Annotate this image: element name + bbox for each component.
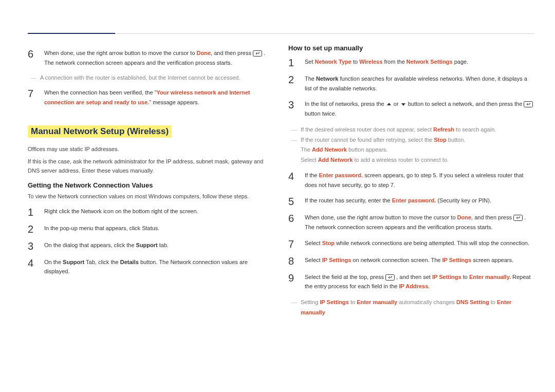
hl-enter-password: Enter password. <box>319 172 363 178</box>
left-column: 6 When done, use the right arrow button … <box>28 43 274 321</box>
text: When the connection has been verified, t… <box>44 89 157 96</box>
step-number: 7 <box>28 88 37 107</box>
hl-enter-password-2: Enter password. <box>392 197 436 203</box>
m-step-3-notes: If the desired wireless router does not … <box>301 125 534 165</box>
step-body: If the Enter password. screen appears, g… <box>305 171 534 190</box>
step-number: 2 <box>288 74 298 93</box>
two-column-layout: 6 When done, use the right arrow button … <box>28 43 534 321</box>
text: button appears. <box>347 146 388 153</box>
m-step-8: 8 Select IP Settings on network connecti… <box>288 255 534 266</box>
document-page: 6 When done, use the right arrow button … <box>0 0 555 392</box>
hl-stop: Stop <box>434 137 446 143</box>
step-number: 3 <box>28 240 37 251</box>
text: to <box>351 59 359 65</box>
m-step-3: 3 In the list of networks, press the or … <box>288 99 534 118</box>
text: . <box>428 283 430 289</box>
hl-ip-settings: IP Settings <box>322 257 351 263</box>
down-arrow-icon <box>400 101 406 107</box>
text: Select the field at the top, press <box>305 274 385 280</box>
header-accent-bar <box>28 33 115 34</box>
hl-enter-manually: Enter manually. <box>469 274 511 280</box>
hl-dns-setting: DNS Setting <box>456 299 489 305</box>
hl-done: Done <box>457 214 472 220</box>
hl-wireless: Wireless <box>359 59 382 65</box>
text: If the <box>305 172 319 178</box>
hl-stop-2: Stop <box>322 240 335 246</box>
right-column: How to set up manually 1 Set Network Typ… <box>288 43 534 321</box>
step-number: 6 <box>28 48 37 67</box>
section-title-manual-wireless: Manual Network Setup (Wireless) <box>28 125 172 138</box>
note-dns-auto: Setting IP Settings to Enter manually au… <box>301 297 534 318</box>
text: (Security key or PIN). <box>436 197 491 203</box>
note-connection-no-internet: A connection with the router is establis… <box>40 73 274 83</box>
step-body: Select Stop while network connections ar… <box>305 238 534 249</box>
bold-support: Support <box>63 259 84 265</box>
step-body: In the pop-up menu that appears, click S… <box>44 223 274 234</box>
step-body: Set Network Type to Wireless from the Ne… <box>305 57 534 68</box>
step-body: When the connection has been verified, t… <box>44 88 274 107</box>
step-number: 3 <box>288 99 298 118</box>
bold-details: Details <box>120 259 139 265</box>
text: automatically changes <box>397 299 456 305</box>
text: If the router cannot be found after retr… <box>301 137 434 143</box>
m-step-7: 7 Select Stop while network connections … <box>288 238 534 249</box>
getting-values-steps: 1 Right click the Network icon on the bo… <box>28 207 274 276</box>
m-step-9: 9 Select the field at the top, press , a… <box>288 272 534 291</box>
text: or <box>394 101 400 107</box>
text: to <box>349 299 357 305</box>
enter-icon <box>513 215 523 221</box>
text: button. <box>447 137 466 143</box>
m-step-6: 6 When done, use the right arrow button … <box>288 213 534 232</box>
step-body: On the dialog that appears, click the Su… <box>44 240 274 251</box>
text: to <box>489 299 497 305</box>
hl-enter-manually-2: Enter manually <box>357 299 397 305</box>
text: Select <box>305 240 322 246</box>
enter-icon <box>253 50 262 57</box>
step-number: 1 <box>288 57 298 68</box>
text: If the desired wireless router does not … <box>301 126 433 133</box>
text: The <box>305 76 316 82</box>
m-step-1: 1 Set Network Type to Wireless from the … <box>288 57 534 68</box>
step-body: Select IP Settings on network connection… <box>305 255 534 266</box>
text: , and then set <box>396 274 432 280</box>
intro-ask-admin: If this is the case, ask the network adm… <box>28 157 274 175</box>
step-number: 4 <box>288 171 298 190</box>
continued-steps-left-2: 7 When the connection has been verified,… <box>28 88 274 107</box>
g-step-2: 2 In the pop-up menu that appears, click… <box>28 223 274 234</box>
text: tab. <box>158 242 169 248</box>
g-step-4: 4 On the Support Tab, click the Details … <box>28 257 274 276</box>
step-body: Select the field at the top, press , and… <box>305 272 534 291</box>
text: Select <box>305 257 322 263</box>
getting-values-intro: To view the Network connection values on… <box>28 192 274 201</box>
step-number: 5 <box>288 196 298 207</box>
text: Set <box>305 59 315 65</box>
hl-refresh: Refresh <box>433 126 454 133</box>
m-step-5: 5 If the router has security, enter the … <box>288 196 534 207</box>
note-select-add-network: Select Add Network to add a wireless rou… <box>301 155 534 165</box>
step-body: When done, use the right arrow button to… <box>305 213 534 232</box>
text: to <box>461 274 469 280</box>
text: while network connections are being atte… <box>335 240 529 246</box>
step-number: 9 <box>288 272 298 291</box>
up-arrow-icon <box>386 101 392 107</box>
hl-network-type: Network Type <box>315 59 351 65</box>
bold-support: Support <box>136 242 158 248</box>
text: function searches for available wireless… <box>305 76 527 91</box>
step-number: 1 <box>28 207 37 217</box>
enter-icon <box>524 101 533 107</box>
step-body: If the router has security, enter the En… <box>305 196 534 207</box>
subheading-how-to-manual: How to set up manually <box>288 44 534 52</box>
text: On the <box>44 259 63 265</box>
text: Select <box>301 157 318 163</box>
step-6: 6 When done, use the right arrow button … <box>28 48 274 67</box>
text: If the router has security, enter the <box>305 197 392 203</box>
intro-static-ip: Offices may use static IP addresses. <box>28 145 274 154</box>
step-body: On the Support Tab, click the Details bu… <box>44 257 274 276</box>
text: to search again. <box>454 126 496 133</box>
text: , and then press <box>471 214 513 220</box>
bold-network: Network <box>316 76 338 82</box>
g-step-1: 1 Right click the Network icon on the bo… <box>28 207 274 217</box>
note-add-network-appears: The Add Network button appears. <box>301 145 534 155</box>
text: page. <box>453 59 469 65</box>
text: On the dialog that appears, click the <box>44 242 136 248</box>
